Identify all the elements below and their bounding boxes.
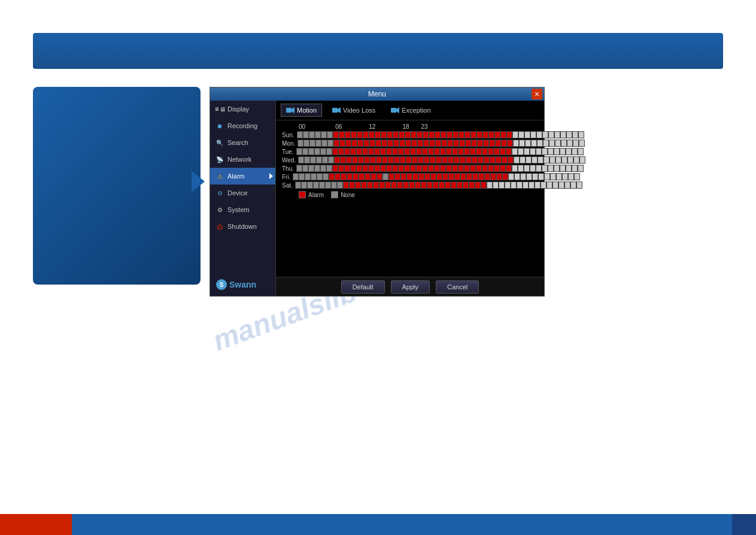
grid-cell[interactable] — [353, 173, 359, 180]
grid-cell[interactable] — [447, 131, 453, 138]
grid-cell[interactable] — [319, 182, 325, 189]
grid-cell[interactable] — [573, 140, 579, 147]
grid-cell[interactable] — [350, 165, 356, 172]
grid-cell[interactable] — [421, 182, 427, 189]
grid-cell[interactable] — [561, 156, 567, 164]
grid-cell[interactable] — [337, 182, 343, 189]
grid-cell[interactable] — [454, 156, 460, 164]
grid-cell[interactable] — [411, 131, 417, 138]
grid-cell[interactable] — [371, 173, 377, 180]
grid-cell[interactable] — [295, 182, 301, 189]
grid-cell[interactable] — [377, 173, 382, 180]
grid-cell[interactable] — [339, 140, 345, 147]
grid-cell[interactable] — [325, 182, 331, 189]
grid-cell[interactable] — [403, 182, 409, 189]
grid-cell[interactable] — [530, 131, 536, 138]
grid-cell[interactable] — [349, 182, 355, 189]
grid-cell[interactable] — [518, 148, 524, 155]
grid-cell[interactable] — [471, 140, 477, 147]
grid-cell[interactable] — [321, 131, 327, 138]
grid-cell[interactable] — [476, 165, 482, 172]
grid-cell[interactable] — [304, 156, 310, 164]
grid-cell[interactable] — [546, 182, 552, 189]
grid-cell[interactable] — [448, 173, 454, 180]
grid-cell[interactable] — [422, 165, 428, 172]
grid-cell[interactable] — [472, 156, 478, 164]
grid-cell[interactable] — [578, 131, 584, 138]
grid-cell[interactable] — [566, 148, 572, 155]
grid-cell[interactable] — [448, 156, 454, 164]
grid-cell[interactable] — [544, 173, 550, 180]
tab-exception[interactable]: Exception — [385, 104, 436, 117]
grid-cell[interactable] — [373, 182, 379, 189]
grid-cell[interactable] — [506, 165, 512, 172]
grid-cell[interactable] — [406, 156, 412, 164]
grid-cell[interactable] — [314, 165, 320, 172]
grid-cell[interactable] — [549, 156, 555, 164]
grid-cell[interactable] — [555, 140, 561, 147]
grid-cell[interactable] — [433, 182, 439, 189]
grid-cell[interactable] — [344, 148, 350, 155]
grid-cell[interactable] — [489, 140, 495, 147]
grid-cell[interactable] — [345, 140, 351, 147]
grid-cell[interactable] — [394, 156, 400, 164]
sidebar-item-alarm[interactable]: ⚠ Alarm — [210, 168, 275, 185]
grid-cell[interactable] — [572, 148, 578, 155]
grid-cell[interactable] — [397, 182, 403, 189]
grid-cell[interactable] — [511, 182, 517, 189]
grid-cell[interactable] — [488, 131, 494, 138]
grid-cell[interactable] — [299, 173, 305, 180]
grid-cell[interactable] — [410, 165, 416, 172]
grid-cell[interactable] — [496, 156, 502, 164]
apply-button[interactable]: Apply — [391, 280, 430, 294]
grid-cell[interactable] — [394, 173, 400, 180]
grid-cell[interactable] — [542, 148, 548, 155]
sidebar-item-system[interactable]: ⚙ System — [210, 201, 275, 218]
grid-cell[interactable] — [392, 148, 398, 155]
grid-cell[interactable] — [296, 165, 302, 172]
grid-cell[interactable] — [530, 165, 536, 172]
grid-cell[interactable] — [452, 148, 458, 155]
grid-cell[interactable] — [380, 165, 386, 172]
grid-cell[interactable] — [440, 148, 446, 155]
grid-cell[interactable] — [482, 131, 488, 138]
grid-cell[interactable] — [322, 156, 328, 164]
grid-cell[interactable] — [512, 165, 518, 172]
grid-cell[interactable] — [393, 140, 399, 147]
grid-cell[interactable] — [335, 173, 341, 180]
grid-cell[interactable] — [436, 156, 442, 164]
grid-cell[interactable] — [567, 140, 573, 147]
grid-cell[interactable] — [416, 148, 422, 155]
grid-cell[interactable] — [381, 131, 387, 138]
grid-cell[interactable] — [447, 140, 453, 147]
grid-cell[interactable] — [488, 165, 494, 172]
grid-cell[interactable] — [329, 173, 335, 180]
grid-cell[interactable] — [520, 173, 526, 180]
grid-cell[interactable] — [326, 165, 332, 172]
grid-cell[interactable] — [442, 173, 448, 180]
grid-cell[interactable] — [464, 148, 470, 155]
grid-cell[interactable] — [375, 131, 381, 138]
grid-cell[interactable] — [529, 182, 535, 189]
grid-cell[interactable] — [506, 148, 512, 155]
grid-cell[interactable] — [478, 156, 484, 164]
grid-cell[interactable] — [361, 182, 367, 189]
grid-cell[interactable] — [460, 173, 466, 180]
grid-cell[interactable] — [548, 165, 554, 172]
grid-cell[interactable] — [418, 156, 424, 164]
grid-cell[interactable] — [566, 131, 572, 138]
grid-cell[interactable] — [386, 165, 392, 172]
grid-cell[interactable] — [328, 156, 334, 164]
grid-cell[interactable] — [536, 148, 542, 155]
sidebar-item-device[interactable]: ⚙ Device — [210, 185, 275, 201]
grid-cell[interactable] — [502, 156, 508, 164]
grid-cell[interactable] — [459, 131, 464, 138]
grid-cell[interactable] — [326, 148, 332, 155]
grid-cell[interactable] — [481, 182, 487, 189]
grid-cell[interactable] — [523, 182, 529, 189]
sidebar-item-search[interactable]: 🔍 Search — [210, 134, 275, 151]
grid-cell[interactable] — [382, 156, 388, 164]
grid-cell[interactable] — [417, 140, 423, 147]
grid-cell[interactable] — [518, 131, 524, 138]
grid-cell[interactable] — [355, 182, 361, 189]
